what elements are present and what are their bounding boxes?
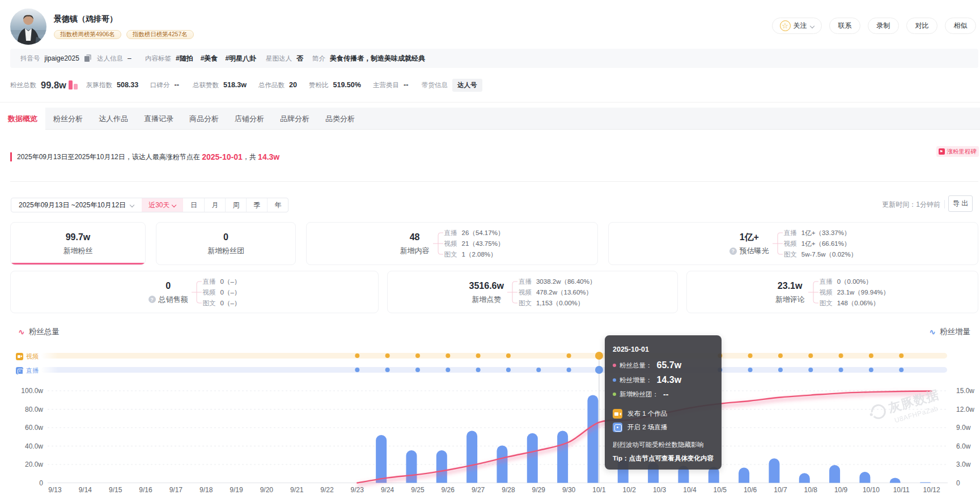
svg-text:10/12: 10/12 (923, 486, 940, 494)
tab-达人作品[interactable]: 达人作品 (91, 108, 136, 130)
date-controls: 2025年09月13日 ~2025年10月12日 近30天 日月周季年 (11, 198, 289, 212)
quick-range-button[interactable]: 近30天 (142, 198, 183, 212)
svg-text:9/30: 9/30 (562, 486, 576, 494)
segment-周[interactable]: 周 (225, 198, 246, 212)
stat-item: 总获赞数518.3w (193, 75, 247, 95)
line-wave-icon: ∿ (929, 327, 936, 336)
x-axis-labels: 9/139/149/159/169/179/189/199/209/219/22… (48, 486, 940, 494)
milestone-value: 14.3w (258, 152, 279, 161)
live-icon (16, 367, 23, 374)
stat-item: 粉丝总数99.8w (10, 75, 78, 95)
breakdown-bracket (431, 229, 446, 258)
stat-label: 粉丝总数 (10, 81, 36, 89)
tooltip-date: 2025-10-01 (613, 346, 649, 353)
follow-button[interactable]: ☆ 关注 (772, 18, 822, 34)
svg-text:10/4: 10/4 (683, 486, 697, 494)
info-value: jipaige2025 (45, 54, 79, 62)
tab-品类分析[interactable]: 品类分析 (317, 108, 363, 130)
summary-card[interactable]: 99.7w新增粉丝 (10, 222, 146, 265)
help-icon[interactable]: ? (729, 248, 737, 255)
tab-商品分析[interactable]: 商品分析 (181, 108, 227, 130)
info-item: 达人信息– (97, 49, 131, 68)
stat-label: 总获赞数 (193, 81, 219, 89)
content-tag[interactable]: #随拍 (176, 54, 193, 63)
contact-button[interactable]: 联系 (829, 18, 860, 34)
summary-card[interactable]: 3516.6w新增点赞直播3038.2w（86.40%）视频478.2w（13.… (387, 271, 678, 313)
card-label: ?预估曝光 (729, 246, 769, 256)
tab-数据概览[interactable]: 数据概览 (0, 108, 45, 130)
card-value: 0 (207, 231, 244, 243)
milestone-prefix: 2025年09月13日至2025年10月12日，该达人最高涨粉节点在 (17, 152, 202, 162)
segment-日[interactable]: 日 (183, 198, 204, 212)
nav-tabs: 数据概览粉丝分析达人作品直播记录商品分析店铺分析品牌分析品类分析 (0, 108, 980, 130)
content-tag[interactable]: #美食 (201, 54, 218, 63)
granularity-segments: 日月周季年 (183, 198, 288, 212)
breakdown-row: 视频23.1w（99.94%） (820, 288, 890, 296)
segment-年[interactable]: 年 (267, 198, 288, 212)
profile-stats-row: 粉丝总数99.8w灰豚指数508.33口碑分--总获赞数518.3w总作品数20… (0, 75, 980, 95)
milestone-button[interactable]: 涨粉里程碑 (936, 146, 979, 157)
svg-text:80.0w: 80.0w (25, 406, 43, 413)
breakdown-bracket (505, 278, 520, 307)
summary-card[interactable]: 1亿+?预估曝光直播1亿+（33.37%）视频1亿+（66.61%）图文5w-7… (608, 222, 978, 265)
stat-item: 总作品数20 (258, 75, 297, 95)
breakdown-bracket (806, 278, 821, 307)
info-item: 内容标签#随拍#美食#明星八卦 (145, 49, 264, 68)
summary-card[interactable]: 23.1w新增评论直播0（0.00%）视频23.1w（99.94%）图文148（… (686, 271, 978, 313)
tooltip-event-row: 开启 2 场直播 (613, 423, 667, 432)
copy-icon[interactable] (84, 54, 91, 62)
card-label: 新增点赞 (469, 295, 504, 305)
series-dot-icon (613, 393, 616, 396)
svg-text:10/3: 10/3 (653, 486, 667, 494)
tooltip-note: 剧烈波动可能受粉丝数隐藏影响 (613, 441, 704, 449)
svg-text:9/24: 9/24 (381, 486, 394, 494)
similar-button[interactable]: 相似 (945, 18, 976, 34)
stat-value: 达人号 (452, 79, 482, 92)
svg-text:10/11: 10/11 (893, 486, 910, 494)
svg-text:12.0w: 12.0w (956, 406, 974, 413)
date-range-picker[interactable]: 2025年09月13日 ~2025年10月12日 (11, 198, 142, 212)
svg-text:9/27: 9/27 (472, 486, 485, 494)
segment-月[interactable]: 月 (204, 198, 225, 212)
info-label: 达人信息 (97, 54, 123, 63)
star-icon: ☆ (780, 20, 791, 31)
summary-card[interactable]: 48新增内容直播26（54.17%）视频21（43.75%）图文1（2.08%） (306, 222, 598, 265)
content-tag[interactable]: #明星八卦 (225, 54, 256, 63)
video-track-legend[interactable]: 视频 (16, 352, 39, 361)
card-label: ?总销售额 (149, 295, 188, 305)
export-button[interactable]: 导 出 (948, 195, 973, 212)
tab-店铺分析[interactable]: 店铺分析 (227, 108, 272, 130)
tab-直播记录[interactable]: 直播记录 (136, 108, 181, 130)
breakdown-row: 图文5w-7.5w（0.02%） (784, 250, 857, 258)
stat-item: 赞粉比519.50% (309, 75, 361, 95)
svg-text:20.0w: 20.0w (25, 460, 43, 468)
tab-粉丝分析[interactable]: 粉丝分析 (45, 108, 91, 130)
summary-card[interactable]: 0?总销售额直播0（–）视频0（–）图文0（–） (10, 271, 379, 313)
tooltip-metric-row: 粉丝总量：65.7w (613, 360, 681, 370)
rank-badges: 指数榜周榜第4906名指数榜日榜第4257名 (54, 30, 194, 39)
stat-label: 主营类目 (373, 81, 399, 89)
live-track-legend[interactable]: 直播 (16, 366, 39, 375)
compare-button[interactable]: 对比 (906, 18, 937, 34)
tab-品牌分析[interactable]: 品牌分析 (272, 108, 317, 130)
record-button[interactable]: 录制 (868, 18, 899, 34)
svg-text:9.0w: 9.0w (956, 424, 971, 432)
stat-label: 总作品数 (258, 81, 285, 89)
series-dot-icon (613, 364, 616, 367)
segment-季[interactable]: 季 (246, 198, 267, 212)
stat-item: 口碑分-- (150, 75, 179, 95)
avatar[interactable] (10, 8, 46, 45)
breakdown-row: 直播0（0.00%） (820, 278, 890, 285)
stat-item: 灰豚指数508.33 (86, 75, 138, 95)
stat-value: 20 (289, 81, 297, 89)
breakdown-row: 视频0（–） (203, 288, 241, 296)
info-value: – (128, 54, 131, 62)
svg-text:9/28: 9/28 (502, 486, 515, 494)
series-dot-icon (613, 378, 616, 382)
help-icon[interactable]: ? (149, 296, 156, 303)
summary-card[interactable]: 0新增粉丝团 (156, 222, 296, 265)
svg-text:6.0w: 6.0w (956, 442, 971, 450)
breakdown-row: 直播26（54.17%） (444, 229, 504, 237)
card-breakdown: 直播1亿+（33.37%）视频1亿+（66.61%）图文5w-7.5w（0.02… (770, 229, 857, 258)
trend-icon[interactable] (69, 80, 78, 89)
